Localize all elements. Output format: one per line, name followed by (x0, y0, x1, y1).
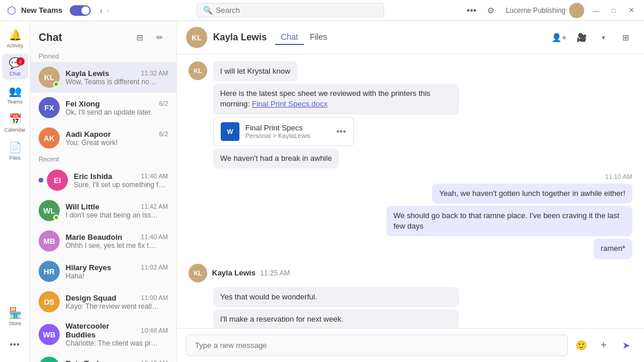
sidebar-item-teams[interactable]: 👥 Teams (2, 82, 28, 108)
message-group: KL I will let Krystal know Here is the l… (189, 61, 632, 168)
nav-arrows: ‹ › (100, 6, 109, 15)
store-label: Store (9, 320, 22, 326)
maximize-button[interactable]: □ (608, 5, 619, 16)
sidebar-item-store[interactable]: 🏪 Store (2, 304, 28, 329)
recent-section-label: Recent (30, 153, 176, 165)
chat-item-content: Aadi Kapoor 6/2 You: Great work! (66, 130, 168, 147)
file-path: Personal > KaylaLewis (245, 132, 330, 139)
chat-header: KL Kayla Lewis Chat Files 👤+ 🎥 ▾ ⊞ (177, 21, 644, 54)
message-input[interactable] (186, 335, 568, 356)
message-time: 11:25 AM (260, 269, 290, 277)
sidebar-item-files[interactable]: 📄 Files (2, 138, 28, 164)
chat-item-content: Eric Ishida 11:40 AM Sure, I'll set up s… (74, 172, 168, 189)
avatar: RT (39, 357, 60, 362)
list-item[interactable]: AK Aadi Kapoor 6/2 You: Great work! (30, 123, 176, 153)
user-profile[interactable]: Lucerne Publishing (506, 3, 584, 18)
attach-button[interactable]: + (595, 337, 612, 354)
message-bubble: Yes that would be wonderful. (213, 287, 459, 307)
app-title: New Teams (21, 6, 63, 15)
list-item[interactable]: RT Reta Taylor 10:40 AM Ah, ok I underst… (30, 352, 176, 362)
outgoing-message-group: 11:10 AM Yeah, we haven't gotten lunch t… (189, 173, 632, 259)
message-timestamp: 11:10 AM (605, 173, 632, 180)
avatar: EI (47, 170, 68, 191)
chat-label: Chat (9, 71, 20, 77)
message-row: Here is the latest spec sheet we reviewe… (189, 84, 632, 146)
more-icon: ••• (10, 340, 20, 349)
filter-button[interactable]: ⊟ (132, 29, 148, 46)
list-item[interactable]: EI Eric Ishida 11:40 AM Sure, I'll set u… (30, 165, 176, 195)
message-bubble: We should go back to that ramne place. I… (386, 206, 632, 236)
chat-header-actions: 👤+ 🎥 ▾ ⊞ (550, 29, 635, 46)
sidebar-item-more[interactable]: ••• (2, 332, 28, 357)
search-bar[interactable]: 🔍 (197, 3, 384, 18)
list-item[interactable]: FX Fei Xiong 6/2 Ok, I'll send an update… (30, 92, 176, 123)
compose-button[interactable]: ✏ (152, 29, 168, 46)
message-bubble: I will let Krystal know (213, 61, 297, 81)
user-name: Lucerne Publishing (506, 6, 566, 15)
search-icon: 🔍 (203, 6, 213, 15)
sidebar-title: Chat (39, 32, 62, 44)
list-item[interactable]: KL Kayla Lewis 11:32 AM Wow, Teams is di… (30, 62, 176, 92)
sender-name: Kayla Lewis (212, 268, 255, 277)
layout-icon[interactable]: ⊞ (617, 29, 635, 46)
list-item[interactable]: WL Will Little 11:42 AM I don't see that… (30, 195, 176, 226)
new-teams-toggle[interactable] (70, 5, 91, 16)
avatar: AK (39, 127, 60, 149)
message-avatar: KL (189, 264, 207, 282)
sidebar-item-chat[interactable]: 2 💬 Chat (2, 54, 28, 80)
settings-icon[interactable]: ⚙ (482, 2, 500, 19)
video-call-icon[interactable]: 🎥 (573, 29, 590, 46)
file-link[interactable]: Final Print Specs.docx (252, 99, 327, 108)
list-item[interactable]: MB Marie Beaudoin 11:40 AM Ohhh I see, y… (30, 226, 176, 256)
chat-list: Pinned KL Kayla Lewis 11:32 AM Wow, Team… (30, 50, 176, 362)
online-indicator (53, 81, 59, 87)
more-options-button[interactable]: ▾ (595, 29, 612, 46)
sidebar-item-activity[interactable]: 🔔 Activity (2, 26, 28, 51)
search-input[interactable] (216, 6, 378, 15)
teams-label: Teams (7, 99, 23, 105)
add-people-icon[interactable]: 👤+ (550, 29, 568, 46)
tab-files[interactable]: Files (304, 30, 333, 45)
chat-item-content: Kayla Lewis 11:32 AM Wow, Teams is diffe… (66, 69, 168, 86)
chat-item-content: Fei Xiong 6/2 Ok, I'll send an update la… (66, 99, 168, 116)
message-bubble: I'll make a reservation for next week. (213, 309, 459, 328)
chat-item-content: Watercooler Buddies 10:48 AM Charlotte: … (66, 322, 168, 347)
app-body: 🔔 Activity 2 💬 Chat 👥 Teams 📅 Calendar 📄… (0, 21, 644, 362)
message-bubble: Yeah, we haven't gotten lunch together i… (432, 184, 632, 204)
pinned-section-label: Pinned (30, 50, 176, 62)
forward-icon[interactable]: › (106, 6, 109, 15)
avatar: WL (39, 200, 60, 221)
avatar: FX (39, 97, 60, 118)
avatar: WB (39, 324, 60, 345)
file-attachment[interactable]: W Final Print Specs Personal > KaylaLewi… (213, 117, 354, 146)
activity-label: Activity (6, 43, 23, 49)
contact-name: Kayla Lewis (213, 32, 267, 43)
emoji-button[interactable]: 🙂 (573, 337, 590, 354)
user-avatar (569, 3, 584, 18)
avatar: DS (39, 291, 60, 312)
list-item[interactable]: WB Watercooler Buddies 10:48 AM Charlott… (30, 317, 176, 352)
message-row: We haven't had a break in awhile (189, 149, 632, 168)
list-item[interactable]: DS Design Squad 11:00 AM Kayo: The revie… (30, 287, 176, 317)
close-button[interactable]: ✕ (625, 5, 637, 16)
chat-badge: 2 (16, 57, 25, 65)
app-logo-icon: ⬡ (7, 4, 16, 17)
online-indicator (53, 215, 59, 220)
back-icon[interactable]: ‹ (100, 6, 103, 15)
message-bubble: We haven't had a break in awhile (213, 149, 339, 168)
chat-tabs: Chat Files (275, 30, 333, 45)
unread-indicator (39, 178, 43, 182)
sidebar-item-calendar[interactable]: 📅 Calendar (2, 110, 28, 136)
list-item[interactable]: HR Hilary Reyes 11:02 AM Haha! (30, 256, 176, 287)
sender-info: KL Kayla Lewis 11:25 AM (189, 264, 632, 282)
more-options-icon[interactable]: ••• (467, 5, 477, 16)
chat-item-content: Marie Beaudoin 11:40 AM Ohhh I see, yes … (66, 233, 168, 250)
tab-chat[interactable]: Chat (275, 30, 304, 45)
minimize-button[interactable]: — (590, 5, 602, 16)
left-nav: 🔔 Activity 2 💬 Chat 👥 Teams 📅 Calendar 📄… (0, 21, 30, 362)
chat-item-content: Hilary Reyes 11:02 AM Haha! (66, 263, 168, 280)
file-more-icon[interactable]: ••• (336, 126, 346, 137)
send-button[interactable]: ➤ (617, 337, 635, 354)
files-icon: 📄 (9, 141, 22, 154)
file-name: Final Print Specs (245, 123, 330, 132)
